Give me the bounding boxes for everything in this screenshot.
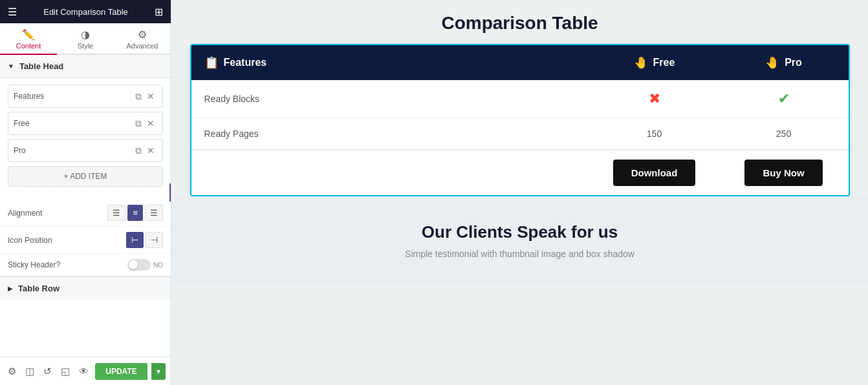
icon-position-label: Icon Position (8, 236, 126, 245)
icon-position-controls: ⊢ ⊣ (126, 232, 163, 248)
main-area: Comparison Table 📋 Features 🤚 Free 🤚 Pro (171, 0, 868, 385)
cross-icon: ✖ (649, 90, 660, 107)
icon-pos-right-btn[interactable]: ⊣ (146, 232, 163, 248)
align-right-btn[interactable]: ☰ (145, 205, 163, 221)
add-item-button[interactable]: + ADD ITEM (8, 166, 163, 187)
cta-cell-buynow: Buy Now (719, 151, 849, 195)
responsive-btn[interactable]: ◱ (58, 363, 72, 380)
ready-pages-pro-val: 250 (776, 129, 791, 139)
duplicate-free-btn[interactable]: ⧉ (133, 116, 144, 132)
head-cell-pro: 🤚 Pro (719, 45, 849, 80)
delete-pro-btn[interactable]: ✕ (144, 143, 157, 158)
duplicate-features-btn[interactable]: ⧉ (133, 88, 144, 105)
clients-subtitle: Simple testimonial with thumbnail image … (184, 249, 855, 259)
sticky-toggle[interactable]: NO (127, 259, 163, 271)
tab-content[interactable]: ✏️ Content (0, 23, 57, 55)
cta-cell-empty (191, 151, 590, 195)
cell-ready-blocks-free: ✖ (590, 80, 719, 118)
head-free-label: Free (653, 57, 675, 68)
item-row-pro: Pro ⧉ ✕ (8, 139, 163, 162)
item-row-free: Free ⧉ ✕ (8, 112, 163, 135)
panel-content: ▼ Table Head Features ⧉ ✕ Free ⧉ ✕ Pro ⧉… (0, 55, 171, 357)
below-section: Our Clients Speak for us Simple testimon… (171, 196, 868, 285)
cell-ready-pages-free: 150 (590, 118, 719, 149)
preview-btn[interactable]: 👁 (76, 363, 91, 379)
item-label-pro: Pro (14, 146, 133, 155)
features-icon: 📋 (204, 56, 219, 70)
head-cell-free: 🤚 Free (590, 45, 719, 80)
cell-ready-pages-feature: Ready Pages (191, 118, 590, 149)
panel-header: ☰ Edit Comparison Table ⊞ (0, 0, 171, 23)
update-button[interactable]: UPDATE (95, 363, 147, 380)
left-panel: ☰ Edit Comparison Table ⊞ ✏️ Content ◑ S… (0, 0, 171, 385)
toggle-knob (129, 260, 138, 269)
alignment-controls: ☰ ≡ ☰ (107, 205, 163, 221)
tab-style[interactable]: ◑ Style (57, 23, 114, 55)
head-cell-features: 📋 Features (191, 45, 590, 80)
toggle-bg[interactable] (127, 259, 151, 271)
table-head-arrow: ▼ (8, 63, 14, 70)
hamburger-icon[interactable]: ☰ (8, 6, 17, 18)
cell-ready-blocks-feature: Ready Blocks (191, 80, 590, 118)
buynow-button[interactable]: Buy Now (744, 160, 822, 186)
update-arrow-icon: ▾ (157, 367, 160, 376)
head-features-label: Features (224, 57, 267, 68)
style-icon: ◑ (81, 28, 90, 41)
table-row-ready-pages: Ready Pages 150 250 (191, 118, 849, 150)
alignment-row: Alignment ☰ ≡ ☰ (0, 200, 171, 227)
item-label-free: Free (14, 119, 133, 128)
panel-footer: ⚙ ◫ ↺ ◱ 👁 UPDATE ▾ (0, 357, 171, 385)
settings-btn[interactable]: ⚙ (5, 363, 19, 380)
align-left-btn[interactable]: ☰ (107, 205, 125, 221)
advanced-icon: ⚙ (138, 28, 147, 41)
delete-features-btn[interactable]: ✕ (144, 88, 157, 104)
icon-position-row: Icon Position ⊢ ⊣ (0, 227, 171, 254)
cell-ready-blocks-pro: ✔ (719, 80, 849, 118)
ready-pages-free-val: 150 (647, 129, 662, 139)
collapse-handle[interactable]: ‹ (169, 183, 171, 202)
sticky-header-label: Sticky Header? (8, 260, 127, 269)
table-row-ready-blocks: Ready Blocks ✖ ✔ (191, 80, 849, 118)
panel-title: Edit Comparison Table (43, 7, 128, 17)
sticky-header-row: Sticky Header? NO (0, 254, 171, 276)
panel-tabs: ✏️ Content ◑ Style ⚙ Advanced (0, 23, 171, 55)
undo-btn[interactable]: ↺ (41, 363, 54, 380)
cta-row: Download Buy Now (191, 150, 849, 195)
table-row-label: Table Row (18, 284, 60, 293)
duplicate-pro-btn[interactable]: ⧉ (133, 143, 144, 159)
ready-blocks-label: Ready Blocks (204, 94, 260, 104)
table-head-label: Table Head (19, 61, 63, 71)
download-button[interactable]: Download (613, 160, 696, 186)
align-center-btn[interactable]: ≡ (127, 205, 143, 221)
head-pro-label: Pro (785, 57, 802, 68)
table-head-section[interactable]: ▼ Table Head (0, 55, 171, 78)
table-row-section[interactable]: ▶ Table Row (0, 276, 171, 300)
clients-title: Our Clients Speak for us (184, 222, 855, 242)
pro-icon: 🤚 (765, 56, 779, 70)
icon-pos-left-btn[interactable]: ⊢ (126, 232, 144, 248)
layers-btn[interactable]: ◫ (23, 363, 37, 380)
items-list: Features ⧉ ✕ Free ⧉ ✕ Pro ⧉ ✕ + ADD ITEM (0, 78, 171, 200)
cell-ready-pages-pro: 250 (719, 118, 849, 149)
item-label-features: Features (14, 92, 133, 101)
toggle-label: NO (153, 262, 163, 269)
update-arrow-btn[interactable]: ▾ (151, 363, 166, 380)
free-icon: 🤚 (634, 56, 648, 70)
add-item-label: + ADD ITEM (63, 172, 107, 181)
item-row-features: Features ⧉ ✕ (8, 85, 163, 108)
page-title: Comparison Table (190, 13, 850, 34)
table-head-row: 📋 Features 🤚 Free 🤚 Pro (191, 45, 849, 80)
tab-advanced[interactable]: ⚙ Advanced (114, 23, 171, 55)
grid-icon[interactable]: ⊞ (155, 6, 163, 18)
table-row-arrow: ▶ (8, 285, 13, 292)
comparison-table: 📋 Features 🤚 Free 🤚 Pro Ready Blocks (190, 44, 850, 196)
cta-cell-download: Download (590, 151, 719, 195)
check-icon: ✔ (778, 90, 790, 107)
delete-free-btn[interactable]: ✕ (144, 116, 157, 131)
main-content: Comparison Table 📋 Features 🤚 Free 🤚 Pro (177, 0, 863, 196)
alignment-label: Alignment (8, 209, 107, 218)
ready-pages-label: Ready Pages (204, 129, 259, 139)
content-icon: ✏️ (22, 28, 35, 41)
